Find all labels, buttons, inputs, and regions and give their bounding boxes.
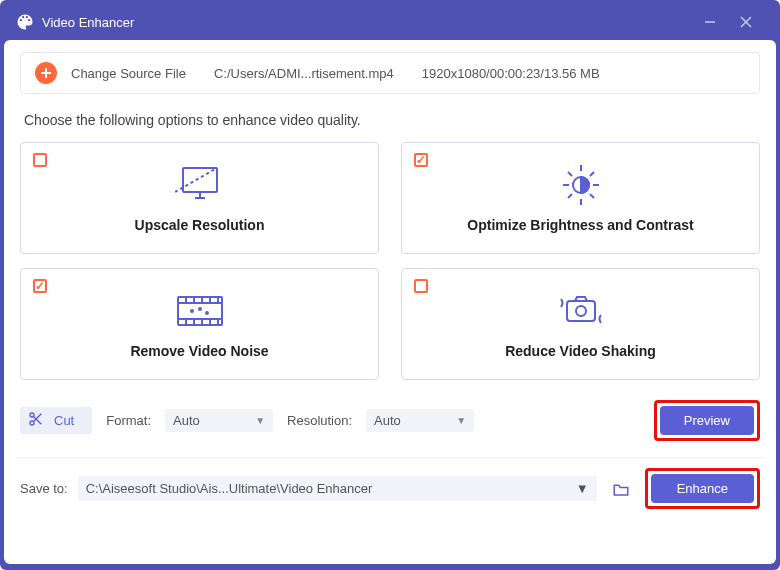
svg-point-32 (199, 308, 201, 310)
option-reduce-shaking[interactable]: Reduce Video Shaking (401, 268, 760, 380)
close-button[interactable] (728, 7, 764, 37)
option-label: Optimize Brightness and Contrast (467, 217, 693, 233)
resolution-select[interactable]: Auto ▼ (366, 409, 474, 432)
svg-line-17 (568, 194, 572, 198)
svg-point-35 (576, 306, 586, 316)
chevron-down-icon: ▼ (576, 481, 589, 496)
format-value: Auto (173, 413, 200, 428)
option-remove-noise[interactable]: Remove Video Noise (20, 268, 379, 380)
open-folder-button[interactable] (607, 476, 635, 502)
svg-point-31 (191, 310, 193, 312)
controls-row: Cut Format: Auto ▼ Resolution: Auto ▼ Pr… (20, 400, 760, 441)
brightness-icon (556, 163, 606, 207)
checkbox-brightness[interactable] (414, 153, 428, 167)
cut-label: Cut (54, 413, 74, 428)
source-info: 1920x1080/00:00:23/13.56 MB (422, 66, 600, 81)
resolution-value: Auto (374, 413, 401, 428)
camera-shake-icon (555, 289, 607, 333)
cut-button[interactable]: Cut (20, 407, 92, 434)
chevron-down-icon: ▼ (255, 415, 265, 426)
scissors-icon (28, 411, 44, 430)
highlight-box: Preview (654, 400, 760, 441)
app-window: Video Enhancer Change Source File C:/Use… (0, 0, 780, 570)
save-path-select[interactable]: C:\Aiseesoft Studio\Ais...Ultimate\Video… (78, 476, 597, 501)
option-label: Upscale Resolution (135, 217, 265, 233)
highlight-box: Enhance (645, 468, 760, 509)
option-label: Reduce Video Shaking (505, 343, 656, 359)
preview-button[interactable]: Preview (660, 406, 754, 435)
enhance-button[interactable]: Enhance (651, 474, 754, 503)
change-source-link[interactable]: Change Source File (71, 66, 186, 81)
save-path: C:\Aiseesoft Studio\Ais...Ultimate\Video… (86, 481, 373, 496)
option-upscale-resolution[interactable]: Upscale Resolution (20, 142, 379, 254)
instruction-text: Choose the following options to enhance … (24, 112, 756, 128)
divider (16, 457, 764, 458)
svg-rect-34 (567, 301, 595, 321)
checkbox-noise[interactable] (33, 279, 47, 293)
resolution-label: Resolution: (287, 413, 352, 428)
chevron-down-icon: ▼ (456, 415, 466, 426)
source-file-row: Change Source File C:/Users/ADMI...rtise… (20, 52, 760, 94)
checkbox-upscale[interactable] (33, 153, 47, 167)
titlebar: Video Enhancer (4, 4, 776, 40)
monitor-icon (175, 163, 225, 207)
svg-line-15 (590, 194, 594, 198)
format-label: Format: (106, 413, 151, 428)
svg-line-14 (568, 172, 572, 176)
source-path: C:/Users/ADMI...rtisement.mp4 (214, 66, 394, 81)
checkbox-shaking[interactable] (414, 279, 428, 293)
add-icon[interactable] (35, 62, 57, 84)
format-select[interactable]: Auto ▼ (165, 409, 273, 432)
svg-line-6 (175, 168, 217, 192)
window-title: Video Enhancer (42, 15, 692, 30)
save-row: Save to: C:\Aiseesoft Studio\Ais...Ultim… (20, 468, 760, 509)
minimize-button[interactable] (692, 7, 728, 37)
save-to-label: Save to: (20, 481, 68, 496)
option-label: Remove Video Noise (130, 343, 268, 359)
palette-icon (16, 13, 34, 31)
content-panel: Change Source File C:/Users/ADMI...rtise… (4, 40, 776, 564)
svg-line-16 (590, 172, 594, 176)
options-grid: Upscale Resolution Optimize Brightness a… (20, 142, 760, 380)
svg-point-33 (206, 312, 208, 314)
film-icon (174, 289, 226, 333)
svg-point-37 (30, 421, 34, 425)
option-brightness-contrast[interactable]: Optimize Brightness and Contrast (401, 142, 760, 254)
svg-point-36 (30, 413, 34, 417)
